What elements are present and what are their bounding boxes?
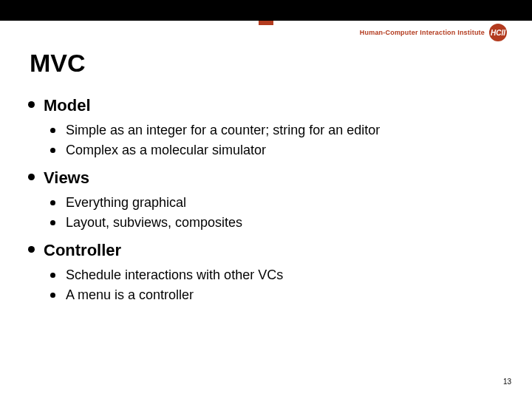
bullet-icon: [28, 101, 35, 108]
list-item: A menu is a controller: [50, 287, 504, 303]
bullet-icon: [50, 148, 55, 153]
logo-area: Human-Computer Interaction Institute HCI…: [360, 24, 507, 41]
list-item: Simple as an integer for a counter; stri…: [50, 123, 504, 138]
list-item-text: Schedule interactions with other VCs: [66, 267, 283, 283]
section-controller: Controller Schedule interactions with ot…: [28, 241, 504, 303]
section-views: Views Everything graphical Layout, subvi…: [28, 168, 504, 231]
list-item: Layout, subviews, composites: [50, 215, 504, 231]
section-model: Model Simple as an integer for a counter…: [28, 96, 504, 158]
bullet-icon: [50, 220, 55, 225]
bullet-icon: [28, 246, 35, 253]
slide-title: MVC: [30, 49, 86, 78]
slide-body: Model Simple as an integer for a counter…: [28, 96, 504, 313]
bullet-icon: [50, 200, 55, 205]
bullet-icon: [50, 128, 55, 133]
list-item-text: Simple as an integer for a counter; stri…: [66, 123, 380, 138]
list-item-text: Complex as a molecular simulator: [66, 143, 266, 158]
accent-bar: [259, 21, 273, 25]
list-item: Everything graphical: [50, 195, 504, 211]
list-item: Schedule interactions with other VCs: [50, 267, 504, 283]
list-item-text: Everything graphical: [66, 195, 186, 211]
hcii-logo-icon: HCII: [489, 24, 507, 41]
section-heading: Controller: [44, 241, 121, 260]
page-number: 13: [503, 378, 511, 386]
institute-name: Human-Computer Interaction Institute: [360, 29, 485, 36]
bullet-icon: [28, 174, 35, 180]
bullet-icon: [50, 273, 55, 278]
bullet-icon: [50, 293, 55, 298]
list-item-text: A menu is a controller: [66, 287, 194, 303]
list-item-text: Layout, subviews, composites: [66, 215, 242, 231]
section-heading: Views: [44, 168, 89, 188]
top-bar: [0, 0, 532, 21]
section-heading: Model: [44, 96, 91, 115]
list-item: Complex as a molecular simulator: [50, 143, 504, 158]
